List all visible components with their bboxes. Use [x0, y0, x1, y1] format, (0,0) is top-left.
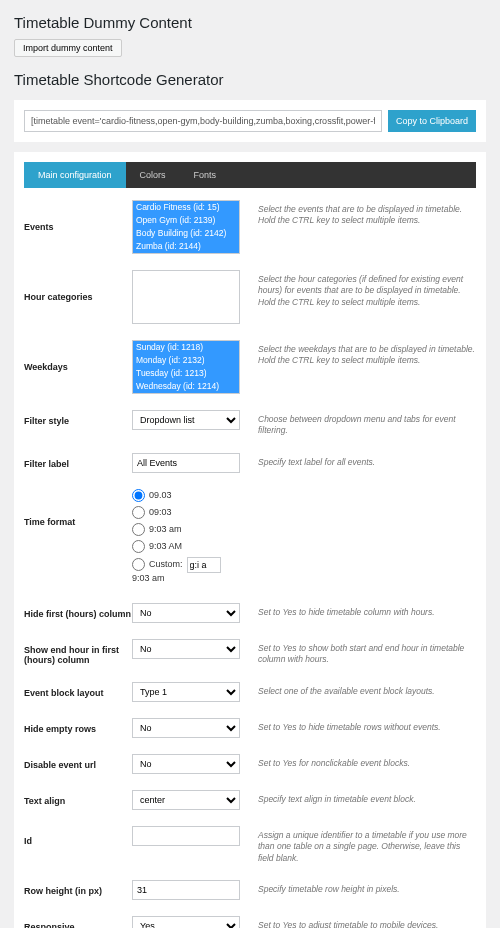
- weekdays-label: Weekdays: [24, 340, 132, 372]
- events-option[interactable]: Zumba (id: 2144): [133, 240, 239, 253]
- filter-label-input[interactable]: [132, 453, 240, 473]
- tab-bar: Main configuration Colors Fonts: [24, 162, 476, 188]
- time-format-label: Time format: [24, 489, 132, 527]
- weekdays-help: Select the weekdays that are to be displ…: [240, 340, 476, 367]
- events-option[interactable]: Open Gym (id: 2139): [133, 214, 239, 227]
- disable-url-label: Disable event url: [24, 754, 132, 770]
- radio-input[interactable]: [132, 558, 145, 571]
- id-help: Assign a unique identifier to a timetabl…: [240, 826, 476, 864]
- weekdays-option[interactable]: Sunday (id: 1218): [133, 341, 239, 354]
- disable-url-help: Set to Yes for nonclickable event blocks…: [240, 754, 476, 769]
- filter-style-help: Choose between dropdown menu and tabs fo…: [240, 410, 476, 437]
- disable-url-select[interactable]: No: [132, 754, 240, 774]
- radio-input[interactable]: [132, 523, 145, 536]
- hide-empty-label: Hide empty rows: [24, 718, 132, 734]
- hour-categories-multiselect[interactable]: [132, 270, 240, 324]
- radio-input[interactable]: [132, 506, 145, 519]
- responsive-help: Set to Yes to adjust timetable to mobile…: [240, 916, 476, 928]
- text-align-help: Specify text align in timetable event bl…: [240, 790, 476, 805]
- copy-clipboard-button-top[interactable]: Copy to Clipboard: [388, 110, 476, 132]
- hide-first-select[interactable]: No: [132, 603, 240, 623]
- time-format-option[interactable]: 09.03: [132, 489, 240, 502]
- time-format-option[interactable]: 9:03 am: [132, 523, 240, 536]
- responsive-select[interactable]: Yes: [132, 916, 240, 928]
- responsive-label: Responsive: [24, 916, 132, 928]
- row-height-help: Specify timetable row height in pixels.: [240, 880, 476, 895]
- filter-label-help: Specify text label for all events.: [240, 453, 476, 468]
- events-help: Select the events that are to be display…: [240, 200, 476, 227]
- radio-input[interactable]: [132, 540, 145, 553]
- hour-categories-label: Hour categories: [24, 270, 132, 302]
- weekdays-option[interactable]: Monday (id: 2132): [133, 354, 239, 367]
- weekdays-option[interactable]: Wednesday (id: 1214): [133, 380, 239, 393]
- radio-input[interactable]: [132, 489, 145, 502]
- events-option[interactable]: Cardio Fitness (id: 15): [133, 201, 239, 214]
- filter-style-select[interactable]: Dropdown list: [132, 410, 240, 430]
- shortcode-panel-top: Copy to Clipboard: [14, 100, 486, 142]
- hide-first-label: Hide first (hours) column: [24, 603, 132, 619]
- tab-colors[interactable]: Colors: [126, 162, 180, 188]
- show-end-label: Show end hour in first (hours) column: [24, 639, 132, 665]
- config-panel: Main configuration Colors Fonts Events C…: [14, 152, 486, 928]
- row-height-input[interactable]: [132, 880, 240, 900]
- hide-empty-select[interactable]: No: [132, 718, 240, 738]
- tab-fonts[interactable]: Fonts: [180, 162, 231, 188]
- events-multiselect[interactable]: Cardio Fitness (id: 15) Open Gym (id: 21…: [132, 200, 240, 254]
- hide-empty-help: Set to Yes to hide timetable rows withou…: [240, 718, 476, 733]
- show-end-select[interactable]: No: [132, 639, 240, 659]
- events-option[interactable]: Body Building (id: 2142): [133, 227, 239, 240]
- text-align-select[interactable]: center: [132, 790, 240, 810]
- time-format-option[interactable]: 9:03 AM: [132, 540, 240, 553]
- import-dummy-button[interactable]: Import dummy content: [14, 39, 122, 57]
- row-height-label: Row height (in px): [24, 880, 132, 896]
- filter-label-label: Filter label: [24, 453, 132, 469]
- event-block-layout-help: Select one of the available event block …: [240, 682, 476, 697]
- time-format-help: [240, 489, 476, 493]
- time-format-option-custom[interactable]: Custom:9:03 am: [132, 557, 240, 583]
- id-label: Id: [24, 826, 132, 846]
- id-input[interactable]: [132, 826, 240, 846]
- time-format-custom-input[interactable]: [187, 557, 221, 573]
- weekdays-multiselect[interactable]: Sunday (id: 1218) Monday (id: 2132) Tues…: [132, 340, 240, 394]
- text-align-label: Text align: [24, 790, 132, 806]
- weekdays-option[interactable]: Tuesday (id: 1213): [133, 367, 239, 380]
- time-format-radio-group: 09.03 09:03 9:03 am 9:03 AM Custom:9:03 …: [132, 489, 240, 583]
- shortcode-output-top[interactable]: [24, 110, 382, 132]
- filter-style-label: Filter style: [24, 410, 132, 426]
- show-end-help: Set to Yes to show both start and end ho…: [240, 639, 476, 666]
- time-format-option[interactable]: 09:03: [132, 506, 240, 519]
- dummy-content-heading: Timetable Dummy Content: [14, 14, 486, 31]
- hide-first-help: Set to Yes to hide timetable column with…: [240, 603, 476, 618]
- events-label: Events: [24, 200, 132, 232]
- event-block-layout-label: Event block layout: [24, 682, 132, 698]
- generator-heading: Timetable Shortcode Generator: [14, 71, 486, 88]
- event-block-layout-select[interactable]: Type 1: [132, 682, 240, 702]
- hour-categories-help: Select the hour categories (if defined f…: [240, 270, 476, 308]
- tab-main-configuration[interactable]: Main configuration: [24, 162, 126, 188]
